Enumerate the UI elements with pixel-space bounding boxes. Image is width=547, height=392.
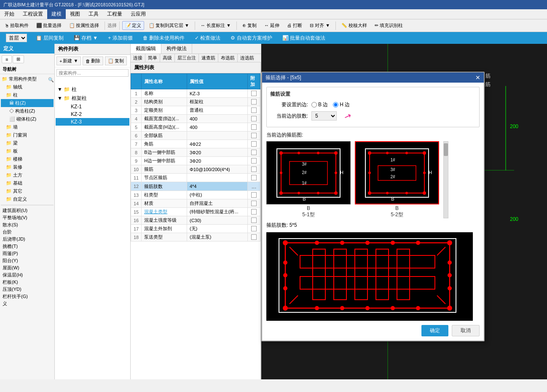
scrollbar-thumb[interactable] <box>444 143 448 156</box>
table-row[interactable]: 16混凝土强度等级(C30) <box>131 216 260 225</box>
table-row[interactable]: 7角筋4Φ22 <box>131 140 260 148</box>
nav-custom[interactable]: 📁 自定义 <box>1 195 54 203</box>
table-row[interactable]: 13柱类型(中柱) <box>131 191 260 199</box>
nav-beam[interactable]: 📁 梁 <box>1 139 54 147</box>
radio-h-input[interactable] <box>333 102 338 107</box>
menu-build[interactable]: 建模 <box>47 9 66 19</box>
nav-slab[interactable]: 📁 板 <box>1 147 54 155</box>
extra-checkbox[interactable] <box>251 91 257 96</box>
list-view-btn[interactable]: ⊞ <box>13 55 24 63</box>
subtab-simple[interactable]: 简单 <box>145 54 160 62</box>
nav-axis[interactable]: 📁 轴线 <box>1 83 54 91</box>
delete-comp-btn[interactable]: 🗑 删除 <box>83 56 103 65</box>
extra-checkbox[interactable] <box>251 158 257 164</box>
table-row[interactable]: 1名称KZ-3 <box>131 89 260 98</box>
add-prefix-btn[interactable]: + 添加前缀 <box>104 33 136 43</box>
table-row[interactable]: 2结构类别框架柱 <box>131 98 260 106</box>
nav-steps[interactable]: 台阶 <box>1 228 54 236</box>
table-row[interactable]: 4截面宽度(B边)(...400 <box>131 115 260 123</box>
nav-earthwork[interactable]: 📁 土方 <box>1 171 54 179</box>
extra-checkbox[interactable] <box>251 116 257 121</box>
nav-parapet[interactable]: 栏板(K) <box>1 279 54 286</box>
comp-column[interactable]: ▼ 📁 柱 <box>56 85 129 94</box>
radio-b-side[interactable]: B 边 <box>311 101 328 108</box>
extra-checkbox[interactable] <box>251 226 257 231</box>
diagram-canvas-1[interactable]: 3# 2# 1# H B <box>266 141 351 204</box>
pick-component-btn[interactable]: 🖱 拾取构件 <box>2 21 32 30</box>
confirm-btn[interactable]: 确定 <box>421 325 448 336</box>
fill-btn[interactable]: ✏ 填充识别柱 <box>372 21 406 30</box>
subtab-advanced[interactable]: 高级 <box>160 54 175 62</box>
nav-postcast[interactable]: 后浇带(JD) <box>1 236 54 243</box>
diagram-item-2[interactable]: 1# 3# 2# H B B5-2型 <box>355 141 439 218</box>
nav-canopy[interactable]: 雨篷(P) <box>1 250 54 257</box>
comp-kz3[interactable]: KZ-3 <box>56 118 129 126</box>
copy2-btn[interactable]: ⊕ 复制 <box>239 21 260 30</box>
table-row[interactable]: 3定额类别普通柱 <box>131 106 260 115</box>
menu-cloud[interactable]: 云应用 <box>126 9 150 19</box>
nav-roof[interactable]: 屋面(W) <box>1 264 54 271</box>
extra-checkbox[interactable] <box>251 209 257 215</box>
menu-tools[interactable]: 工具 <box>84 9 103 19</box>
nav-balcony[interactable]: 阳台(Y) <box>1 257 54 264</box>
nav-insulation[interactable]: 保温层(H) <box>1 271 54 279</box>
save-btn[interactable]: 💾 存档 ▼ <box>70 33 102 43</box>
batch-select-btn[interactable]: ⬛ 批量选择 <box>33 21 64 30</box>
nav-railing[interactable]: 栏杆扶手(G) <box>1 293 54 300</box>
nav-scatter[interactable]: 散水(S) <box>1 221 54 228</box>
menu-view[interactable]: 视图 <box>66 9 84 19</box>
extra-checkbox[interactable] <box>251 192 257 198</box>
nav-structural-column[interactable]: ◇ 构造柱(Z) <box>1 107 54 115</box>
subtab-arrange[interactable]: 布选筋 <box>218 54 238 62</box>
align-btn[interactable]: ⊟ 对齐 ▼ <box>307 21 333 30</box>
new-comp-btn[interactable]: + 新建 ▼ <box>56 56 81 65</box>
cancel-btn[interactable]: 取消 <box>452 325 480 336</box>
copy-comp-btn[interactable]: 📋 复制 <box>105 56 127 65</box>
table-row[interactable]: 9H边一侧中部筋3Φ20 <box>131 157 260 165</box>
extra-checkbox[interactable] <box>251 99 257 105</box>
nav-wall[interactable]: 📁 墙 <box>1 123 54 131</box>
grid-view-btn[interactable]: ≡ <box>2 55 12 63</box>
extra-checkbox[interactable] <box>251 166 257 172</box>
diagram-scrollbar[interactable] <box>443 141 448 218</box>
table-row[interactable]: 12箍筋肢数4*4... <box>131 182 260 191</box>
table-row[interactable]: 10箍筋Φ10@100/200(4*4) <box>131 165 260 174</box>
radio-h-side[interactable]: H 边 <box>333 101 350 108</box>
nav-column-z[interactable]: 🏛 柱(Z) <box>1 99 54 107</box>
subtab-connect[interactable]: 连接 <box>131 54 145 62</box>
nav-column[interactable]: 📁 柱 <box>1 91 54 99</box>
menu-quantities[interactable]: 工程量 <box>103 9 126 19</box>
menu-start[interactable]: 开始 <box>0 9 19 19</box>
nav-义[interactable]: 义 <box>1 300 54 307</box>
table-row[interactable]: 8B边一侧中部筋3Φ20 <box>131 148 260 157</box>
length-mark-btn[interactable]: ↔ 长度标注 ▼ <box>198 21 234 30</box>
diagram-canvas-2[interactable]: 1# 3# 2# H B <box>355 141 439 204</box>
stirrup-close-btn[interactable]: ✕ <box>475 74 480 81</box>
copy-to-floor-btn[interactable]: 📋 复制到其它层 ▼ <box>146 21 192 30</box>
nav-leveling[interactable]: 平整场地(V) <box>1 214 54 221</box>
nav-others[interactable]: 📁 其它 <box>1 187 54 195</box>
table-row[interactable]: 17混凝土外加剂(无) <box>131 225 260 233</box>
menu-project-settings[interactable]: 工程设置 <box>19 9 47 19</box>
floor-select[interactable]: 首层 <box>6 34 27 42</box>
extra-checkbox[interactable] <box>251 234 257 240</box>
batch-method-btn[interactable]: 📊 批量自动套做法 <box>279 33 329 43</box>
comp-kz2[interactable]: KZ-2 <box>56 110 129 118</box>
table-row[interactable]: 6全部纵筋 <box>131 132 260 140</box>
subtab-rebarselect[interactable]: 连选筋 <box>238 54 257 62</box>
tab-component-method[interactable]: 构件做法 <box>161 44 192 54</box>
nav-build-area[interactable]: 建筑面积(U) <box>1 207 54 214</box>
table-row[interactable]: 14材质自拌混凝土 <box>131 199 260 208</box>
nav-eaves[interactable]: 挑檐(T) <box>1 243 54 250</box>
extra-checkbox[interactable] <box>251 141 257 147</box>
delete-unused-btn[interactable]: 🗑 删除未使用构件 <box>139 33 188 43</box>
table-row[interactable]: 15混凝土类型(特细砂塑性混凝土(坍... <box>131 208 260 216</box>
radio-b-input[interactable] <box>311 102 317 107</box>
extra-checkbox[interactable] <box>251 107 257 113</box>
prop-link[interactable]: 混凝土类型 <box>144 209 167 214</box>
extra-checkbox[interactable] <box>251 124 257 130</box>
table-row[interactable]: 5截面高度(H边)(...400 <box>131 123 260 132</box>
define-btn[interactable]: 📝 定义 <box>122 21 144 30</box>
nav-doors[interactable]: 📁 门窗洞 <box>1 131 54 139</box>
comp-frame-col[interactable]: ▼ 📁 框架柱 <box>56 94 129 103</box>
